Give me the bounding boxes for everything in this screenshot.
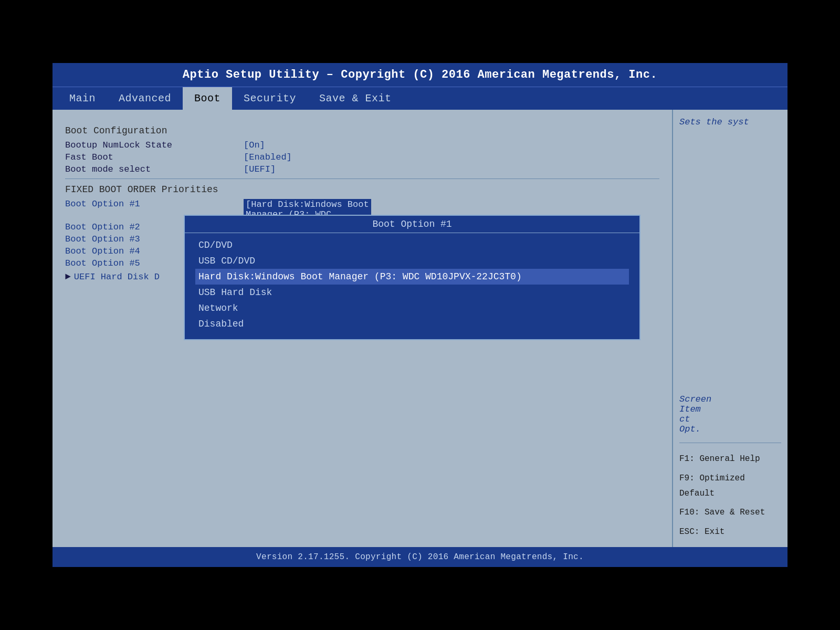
menu-bar: Main Advanced Boot Security Save & Exit (52, 87, 788, 110)
menu-item-security[interactable]: Security (232, 87, 308, 110)
key-f9: F9: Optimized Default (679, 471, 781, 501)
content-area: Boot Configuration Bootup NumLock State … (52, 110, 788, 547)
right-divider (679, 443, 781, 443)
footer-text: Version 2.17.1255. Copyright (C) 2016 Am… (256, 552, 584, 562)
dropdown-list: CD/DVD USB CD/DVD Hard Disk:Windows Boot… (185, 233, 639, 339)
numlock-value[interactable]: [On] (244, 140, 265, 150)
boot-mode-label: Boot mode select (65, 164, 244, 174)
key-f10: F10: Save & Reset (679, 505, 781, 520)
boot-mode-value[interactable]: [UEFI] (244, 164, 276, 174)
numlock-row: Bootup NumLock State [On] (65, 140, 659, 150)
fast-boot-value[interactable]: [Enabled] (244, 152, 292, 162)
menu-item-boot[interactable]: Boot (183, 87, 232, 110)
numlock-label: Bootup NumLock State (65, 140, 244, 150)
dropdown-item-usb-hard-disk[interactable]: USB Hard Disk (195, 285, 629, 300)
boot-option-1-label: Boot Option #1 (65, 199, 244, 209)
screen-text: ScreenItemctOpt. (679, 394, 781, 434)
fast-boot-row: Fast Boot [Enabled] (65, 152, 659, 162)
menu-item-advanced[interactable]: Advanced (107, 87, 183, 110)
dropdown-item-usb-cddvd[interactable]: USB CD/DVD (195, 253, 629, 269)
dropdown-item-cddvd[interactable]: CD/DVD (195, 237, 629, 253)
fast-boot-label: Fast Boot (65, 152, 244, 162)
key-esc: ESC: Exit (679, 524, 781, 540)
dropdown-item-disabled[interactable]: Disabled (195, 316, 629, 332)
footer: Version 2.17.1255. Copyright (C) 2016 Am… (52, 547, 788, 567)
dropdown-item-hard-disk[interactable]: Hard Disk:Windows Boot Manager (P3: WDC … (195, 269, 629, 285)
menu-item-save-exit[interactable]: Save & Exit (308, 87, 403, 110)
key-f1: F1: General Help (679, 452, 781, 467)
boot-option-dropdown[interactable]: Boot Option #1 CD/DVD USB CD/DVD Hard Di… (184, 215, 640, 340)
boot-config-label: Boot Configuration (65, 125, 659, 136)
dropdown-item-network[interactable]: Network (195, 300, 629, 316)
fixed-boot-label: FIXED BOOT ORDER Priorities (65, 184, 659, 195)
uefi-arrow-icon: ► (65, 271, 71, 282)
right-panel: Sets the syst ScreenItemctOpt. F1: Gener… (672, 110, 788, 547)
boot-mode-row: Boot mode select [UEFI] (65, 164, 659, 174)
dropdown-title: Boot Option #1 (185, 216, 639, 233)
uefi-label[interactable]: UEFI Hard Disk D (74, 272, 160, 282)
title-text: Aptio Setup Utility – Copyright (C) 2016… (183, 68, 657, 81)
main-panel: Boot Configuration Bootup NumLock State … (52, 110, 672, 547)
title-bar: Aptio Setup Utility – Copyright (C) 2016… (52, 63, 788, 87)
bios-screen: Aptio Setup Utility – Copyright (C) 2016… (52, 63, 788, 567)
menu-item-main[interactable]: Main (58, 87, 107, 110)
divider-1 (65, 178, 659, 179)
help-text: Sets the syst (679, 117, 781, 127)
